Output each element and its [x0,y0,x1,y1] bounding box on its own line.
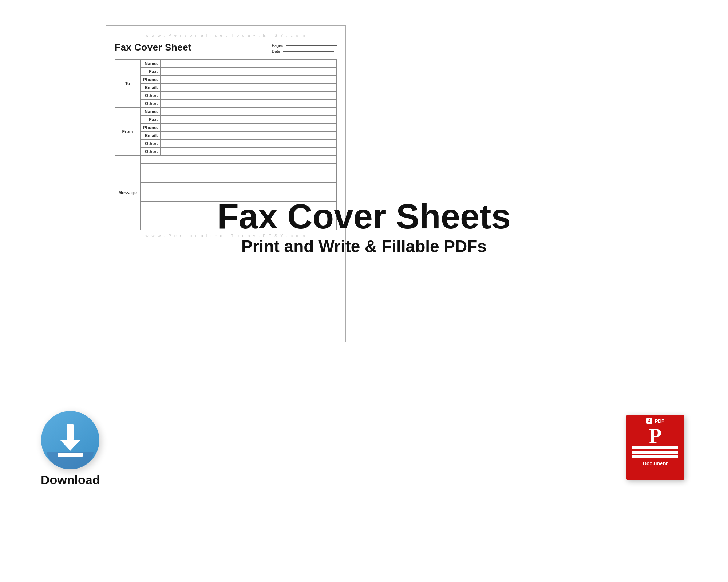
to-label: To [115,60,141,108]
download-arrow-icon [58,424,83,457]
pages-label: Pages: [272,43,284,48]
pdf-line [632,446,678,449]
watermark-top: w w w . P e r s o n a l i z e d T o d a … [115,33,337,37]
doc-title: Fax Cover Sheet [115,42,191,53]
table-row: From Name: [115,108,337,116]
field-label: Email: [141,84,161,92]
download-circle[interactable] [41,411,99,469]
download-label: Download [41,473,100,487]
field-value [141,164,337,173]
table-row [115,164,337,173]
field-label: Other: [141,100,161,108]
table-row: Fax: [115,116,337,124]
field-value [161,60,337,68]
field-value [161,124,337,132]
pdf-line [632,451,678,454]
date-label: Date: [272,49,281,53]
pdf-icon: A PDF P Document [626,415,684,480]
field-label: Phone: [141,124,161,132]
field-label: Other: [141,140,161,148]
field-value [161,76,337,84]
field-value [161,68,337,76]
arrow-head [60,440,80,451]
document-preview: w w w . P e r s o n a l i z e d T o d a … [106,25,346,342]
pdf-lines [629,446,681,458]
message-label: Message [115,156,141,230]
arrow-base [58,453,83,457]
pages-row: Pages: [272,43,337,48]
field-value [161,116,337,124]
field-value [161,100,337,108]
table-row: Other: [115,140,337,148]
pdf-logo-icon: A [646,418,653,424]
overlay-subtitle: Print and Write & Fillable PDFs [241,236,487,256]
field-label: Name: [141,60,161,68]
pages-line [286,45,337,46]
table-row: To Name: [115,60,337,68]
field-label: Fax: [141,116,161,124]
table-row: Other: [115,92,337,100]
svg-text:A: A [648,419,651,423]
table-row: Phone: [115,124,337,132]
from-label: From [115,108,141,156]
table-row: Fax: [115,68,337,76]
download-button[interactable]: Download [41,411,100,487]
date-line [283,51,334,52]
field-value [161,92,337,100]
table-row: Phone: [115,76,337,84]
field-label: Other: [141,148,161,156]
field-label: Name: [141,108,161,116]
overlay-title: Fax Cover Sheets [217,196,511,236]
pdf-top-bar: A PDF [629,418,681,424]
date-row: Date: [272,49,334,53]
field-value [141,183,337,192]
pdf-p-letter: P [649,426,661,446]
pdf-label: PDF [655,418,664,424]
doc-header: Fax Cover Sheet Pages: Date: [115,42,337,55]
field-value [161,84,337,92]
pdf-line [632,455,678,458]
field-label: Other: [141,92,161,100]
field-value [141,173,337,183]
table-row: Message [115,156,337,164]
arrow-shaft [67,424,74,441]
field-label: Phone: [141,76,161,84]
table-row [115,173,337,183]
field-value [141,156,337,164]
table-row: Email: [115,84,337,92]
table-row: Other: [115,148,337,156]
table-row: Other: [115,100,337,108]
field-value [161,140,337,148]
field-value [161,148,337,156]
field-label: Email: [141,132,161,140]
field-value [161,108,337,116]
pdf-doc-label: Document [643,461,668,466]
field-label: Fax: [141,68,161,76]
doc-meta: Pages: Date: [272,43,337,55]
field-value [161,132,337,140]
table-row [115,183,337,192]
table-row: Email: [115,132,337,140]
